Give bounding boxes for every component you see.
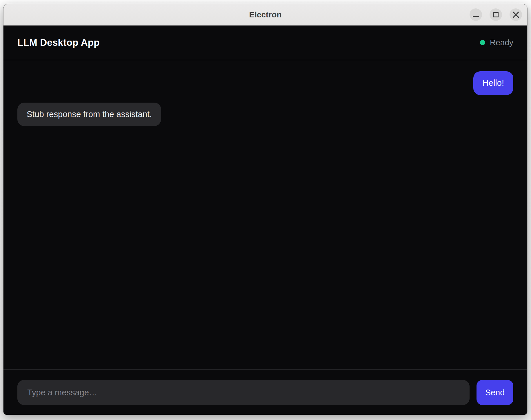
chat-message-assistant: Stub response from the assistant. <box>17 103 161 126</box>
window-title: Electron <box>249 10 281 19</box>
send-button[interactable]: Send <box>477 380 513 405</box>
close-icon <box>512 11 520 19</box>
minimize-button[interactable] <box>470 8 482 21</box>
status-indicator: Ready <box>480 38 513 47</box>
window-controls <box>470 4 522 25</box>
minimize-icon <box>473 16 479 17</box>
app-header: LLM Desktop App Ready <box>3 26 527 60</box>
chat-message-list[interactable]: Hello! Stub response from the assistant. <box>3 60 527 369</box>
message-input[interactable] <box>17 380 470 405</box>
close-button[interactable] <box>510 8 522 21</box>
status-label: Ready <box>490 38 513 47</box>
composer-bar: Send <box>3 369 527 415</box>
electron-window: Electron LLM Desktop App Ready <box>3 4 527 415</box>
page-title: LLM Desktop App <box>17 37 100 48</box>
chat-message-user: Hello! <box>473 71 513 95</box>
maximize-button[interactable] <box>490 8 502 21</box>
status-dot-icon <box>480 40 485 45</box>
titlebar[interactable]: Electron <box>3 4 527 26</box>
maximize-icon <box>493 12 499 17</box>
app-root: LLM Desktop App Ready Hello! Stub respon… <box>3 26 527 415</box>
